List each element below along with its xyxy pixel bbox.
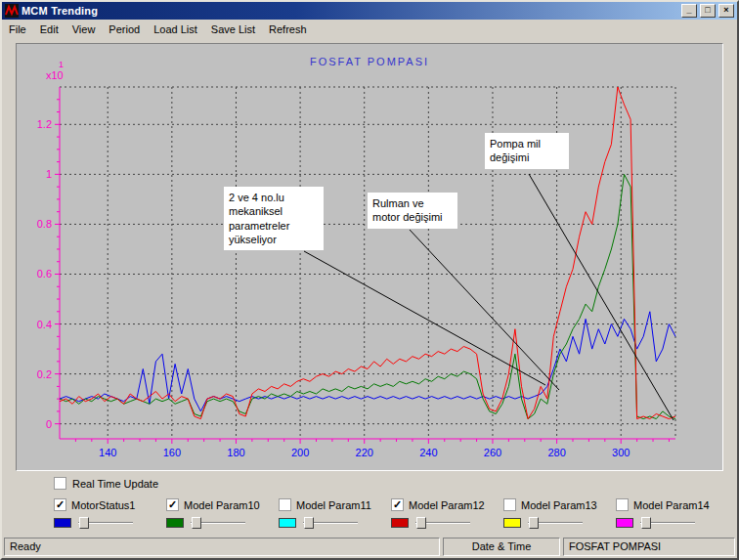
mcm-trending-window: MCM Trending _ □ × File Edit View Period… [0,0,739,560]
svg-text:280: 280 [547,447,565,458]
leader-line-3 [529,174,674,420]
svg-text:200: 200 [291,447,309,458]
legend-row: ✓MotorStatus1✓Model Param10Model Param11… [54,497,728,529]
y-axis-exponent: 1 [46,60,64,69]
svg-text:1.2: 1.2 [37,118,52,130]
level-slider[interactable] [640,517,695,529]
plot-generated: 14016018020022024026028030000.20.40.60.8… [37,87,675,458]
svg-text:0.6: 0.6 [37,268,52,280]
leader-line-2 [410,230,559,390]
svg-text:0.4: 0.4 [37,319,52,330]
legend-item-model-param10: ✓Model Param10 [166,497,279,529]
menu-edit[interactable]: Edit [33,22,65,37]
color-swatch [391,518,409,528]
status-ready: Ready [4,538,440,556]
color-swatch [503,518,521,528]
legend-label: Model Param11 [296,499,371,511]
menu-load-list[interactable]: Load List [147,22,204,37]
level-slider[interactable] [415,517,470,529]
level-slider[interactable] [191,517,245,529]
color-swatch [54,518,71,528]
legend-checkbox[interactable] [503,498,516,511]
level-slider[interactable] [78,517,133,529]
legend-label: Model Param10 [184,499,260,511]
legend-checkbox[interactable] [616,498,629,511]
legend-item-model-param12: ✓Model Param12 [391,497,503,529]
y-axis-multiplier: 1 x10 [46,60,64,81]
svg-text:180: 180 [227,447,244,458]
svg-text:0.2: 0.2 [37,368,52,380]
status-chart-name: FOSFAT POMPASI [563,538,735,556]
annotation-leader-lines [304,174,674,420]
minimize-icon[interactable]: _ [681,4,697,18]
legend-checkbox[interactable]: ✓ [166,498,179,511]
svg-text:160: 160 [163,447,181,458]
annotation-mechanical-params: 2 ve 4 no.lu mekaniksel parametreler yük… [224,187,324,250]
maximize-icon[interactable]: □ [700,4,716,18]
legend-item-model-param11: Model Param11 [279,497,391,529]
legend-label: Model Param13 [521,499,597,511]
annotation-pump-shaft: Pompa mil değişimi [485,133,569,169]
statusbar: Ready Date & Time FOSFAT POMPASI [4,538,735,557]
level-slider[interactable] [303,517,358,529]
close-icon[interactable]: × [718,4,734,18]
menu-period[interactable]: Period [102,22,147,37]
menubar: File Edit View Period Load List Save Lis… [2,20,737,39]
svg-text:0: 0 [46,418,52,430]
slider-thumb[interactable] [529,517,539,529]
color-swatch [279,518,296,528]
legend-label: Model Param12 [409,499,485,511]
annotation-bearing-motor: Rulman ve motor değişimi [368,193,457,229]
level-slider[interactable] [528,517,583,529]
slider-thumb[interactable] [304,517,314,529]
legend-item-motorstatus1: ✓MotorStatus1 [54,497,166,529]
titlebar: MCM Trending _ □ × [2,2,737,20]
svg-text:140: 140 [99,447,116,458]
menu-view[interactable]: View [65,22,103,37]
realtime-checkbox[interactable] [54,477,66,490]
slider-thumb[interactable] [192,517,201,529]
menu-refresh[interactable]: Refresh [262,22,314,37]
svg-text:300: 300 [612,447,630,458]
legend-label: Model Param14 [633,499,710,511]
legend-checkbox[interactable] [279,498,291,511]
slider-thumb[interactable] [416,517,426,529]
status-date-time: Date & Time [443,538,560,556]
color-swatch [616,518,633,528]
menu-file[interactable]: File [2,22,33,37]
app-icon [5,4,19,18]
realtime-update-row: Real Time Update [54,477,158,490]
trend-plot: 14016018020022024026028030000.20.40.60.8… [17,44,722,470]
svg-text:240: 240 [419,447,437,458]
svg-text:0.8: 0.8 [37,218,52,230]
menu-save-list[interactable]: Save List [204,22,262,37]
chart-panel: FOSFAT POMPASI 1 x10 1401601802002202402… [16,43,723,471]
svg-text:260: 260 [484,447,501,458]
slider-thumb[interactable] [641,517,651,529]
leader-line-1 [304,251,545,385]
window-title: MCM Trending [22,5,678,17]
svg-text:1: 1 [46,168,52,180]
legend-checkbox[interactable]: ✓ [391,498,404,511]
slider-thumb[interactable] [79,517,89,529]
legend-item-model-param13: Model Param13 [503,497,616,529]
realtime-label: Real Time Update [72,478,158,490]
legend-item-model-param14: Model Param14 [616,497,728,529]
y-axis-multiplier-base: x10 [46,69,64,81]
legend-checkbox[interactable]: ✓ [54,498,66,511]
chart-title: FOSFAT POMPASI [17,56,722,67]
svg-text:220: 220 [356,447,373,458]
color-swatch [166,518,184,528]
legend-label: MotorStatus1 [71,499,135,511]
